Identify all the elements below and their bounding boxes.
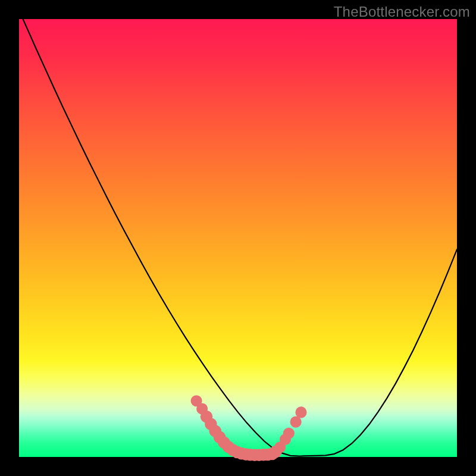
plot-area: [19, 19, 457, 457]
bottleneck-curve: [19, 10, 457, 456]
attribution-label: TheBottlenecker.com: [334, 4, 470, 20]
marker-cluster: [191, 395, 307, 461]
data-marker: [283, 428, 295, 439]
data-marker: [290, 416, 302, 428]
chart-frame: TheBottlenecker.com: [0, 0, 476, 476]
data-marker: [295, 406, 306, 418]
chart-svg: [19, 19, 457, 457]
